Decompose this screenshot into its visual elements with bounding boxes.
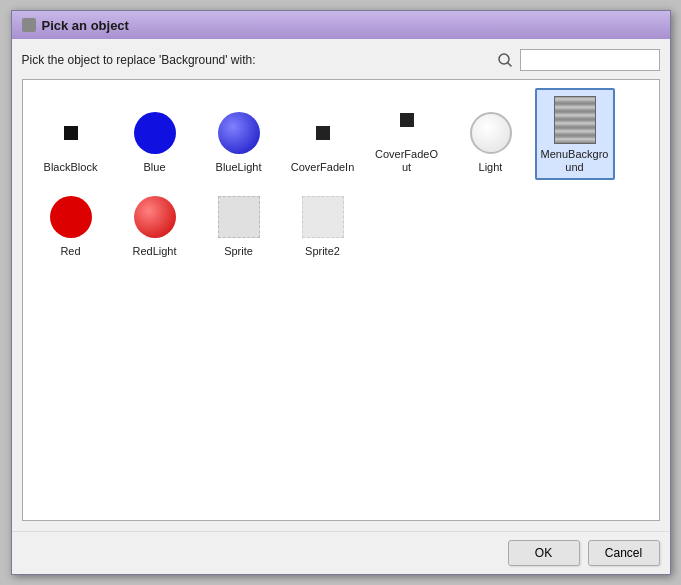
object-label-sprite2: Sprite2 bbox=[305, 245, 340, 258]
title-bar: Pick an object bbox=[12, 11, 670, 39]
search-input[interactable] bbox=[520, 49, 660, 71]
object-icon-menubackground bbox=[551, 96, 599, 144]
pick-object-dialog: Pick an object Pick the object to replac… bbox=[11, 10, 671, 575]
object-label-blackblock: BlackBlock bbox=[44, 161, 98, 174]
object-item-sprite2[interactable]: Sprite2 bbox=[283, 184, 363, 264]
object-grid: BlackBlock Blue BlueLight CoverFadeIn Co… bbox=[31, 88, 651, 264]
cancel-button[interactable]: Cancel bbox=[588, 540, 660, 566]
object-icon-sprite2 bbox=[299, 193, 347, 241]
object-label-sprite: Sprite bbox=[224, 245, 253, 258]
object-icon-light bbox=[467, 109, 515, 157]
object-icon-sprite bbox=[215, 193, 263, 241]
object-grid-container: BlackBlock Blue BlueLight CoverFadeIn Co… bbox=[22, 79, 660, 521]
object-label-menubackground: MenuBackground bbox=[541, 148, 609, 174]
object-item-blackblock[interactable]: BlackBlock bbox=[31, 88, 111, 180]
object-label-light: Light bbox=[479, 161, 503, 174]
object-icon-coverfadein bbox=[299, 109, 347, 157]
object-label-redlight: RedLight bbox=[132, 245, 176, 258]
search-area bbox=[494, 49, 660, 71]
object-item-menubackground[interactable]: MenuBackground bbox=[535, 88, 615, 180]
search-icon[interactable] bbox=[494, 49, 516, 71]
object-item-blue[interactable]: Blue bbox=[115, 88, 195, 180]
object-label-coverfadein: CoverFadeIn bbox=[291, 161, 355, 174]
object-item-coverfadeout[interactable]: CoverFadeOut bbox=[367, 88, 447, 180]
object-icon-blackblock bbox=[47, 109, 95, 157]
object-icon-blue bbox=[131, 109, 179, 157]
object-icon-red bbox=[47, 193, 95, 241]
object-item-redlight[interactable]: RedLight bbox=[115, 184, 195, 264]
object-label-red: Red bbox=[60, 245, 80, 258]
dialog-title: Pick an object bbox=[42, 18, 129, 33]
object-label-bluelight: BlueLight bbox=[216, 161, 262, 174]
instruction-row: Pick the object to replace 'Background' … bbox=[22, 49, 660, 71]
object-item-red[interactable]: Red bbox=[31, 184, 111, 264]
object-icon-redlight bbox=[131, 193, 179, 241]
object-item-bluelight[interactable]: BlueLight bbox=[199, 88, 279, 180]
dialog-body: Pick the object to replace 'Background' … bbox=[12, 39, 670, 531]
dialog-footer: OK Cancel bbox=[12, 531, 670, 574]
object-icon-bluelight bbox=[215, 109, 263, 157]
object-label-coverfadeout: CoverFadeOut bbox=[373, 148, 441, 174]
object-icon-coverfadeout bbox=[383, 96, 431, 144]
dialog-icon bbox=[22, 18, 36, 32]
object-label-blue: Blue bbox=[143, 161, 165, 174]
object-item-coverfadein[interactable]: CoverFadeIn bbox=[283, 88, 363, 180]
instruction-text: Pick the object to replace 'Background' … bbox=[22, 53, 256, 67]
ok-button[interactable]: OK bbox=[508, 540, 580, 566]
object-item-sprite[interactable]: Sprite bbox=[199, 184, 279, 264]
object-item-light[interactable]: Light bbox=[451, 88, 531, 180]
svg-line-1 bbox=[507, 63, 511, 67]
